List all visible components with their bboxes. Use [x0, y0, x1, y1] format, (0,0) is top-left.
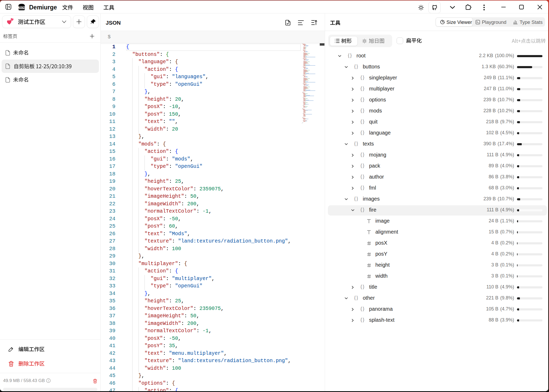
svg-text:JSON: JSON — [19, 6, 25, 9]
